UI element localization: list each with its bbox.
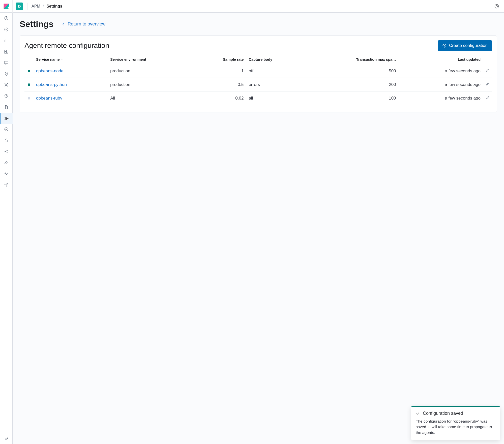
col-header-service-env[interactable]: Service environment xyxy=(108,54,193,64)
sample-rate-cell: 1 xyxy=(193,64,246,78)
svg-rect-11 xyxy=(5,61,8,64)
svg-rect-10 xyxy=(7,52,8,53)
heartbeat-icon xyxy=(4,171,9,176)
sidenav-uptime[interactable] xyxy=(0,124,13,135)
sidenav-apm[interactable] xyxy=(0,113,13,124)
svg-point-12 xyxy=(6,73,7,74)
edit-cell xyxy=(483,64,492,78)
svg-point-27 xyxy=(6,184,7,185)
sidenav-recent[interactable] xyxy=(0,13,13,24)
clock-icon xyxy=(4,16,9,20)
service-name-cell: opbeans-python xyxy=(34,78,108,91)
table-row: opbeans-pythonproduction0.5errors200a fe… xyxy=(24,78,492,91)
breadcrumb-separator: / xyxy=(43,4,44,9)
max-spans-cell: 100 xyxy=(306,91,399,105)
sidenav-monitoring[interactable] xyxy=(0,168,13,179)
wrench-icon xyxy=(4,160,9,165)
return-link-label: Return to overview xyxy=(68,21,105,27)
last-updated-cell: a few seconds ago xyxy=(399,64,483,78)
sidenav-siem[interactable] xyxy=(0,135,13,146)
capture-body-cell: off xyxy=(246,64,305,78)
col-header-max-spans[interactable]: Transaction max spa… xyxy=(306,54,399,64)
sidenav-graph[interactable] xyxy=(0,146,13,157)
compass-icon xyxy=(4,27,9,32)
pencil-icon[interactable] xyxy=(486,68,490,72)
max-spans-cell: 500 xyxy=(306,64,399,78)
svg-rect-21 xyxy=(5,119,7,120)
sidenav-dashboard[interactable] xyxy=(0,46,13,57)
service-name-cell: opbeans-ruby xyxy=(34,91,108,105)
header-divider xyxy=(27,3,27,10)
breadcrumb: APM / Settings xyxy=(32,4,62,9)
col-header-capture-body[interactable]: Capture body xyxy=(246,54,305,64)
pencil-icon[interactable] xyxy=(486,96,490,100)
edit-cell xyxy=(483,91,492,105)
graph-icon xyxy=(4,149,9,154)
pencil-icon[interactable] xyxy=(486,82,490,86)
breadcrumb-current: Settings xyxy=(46,4,62,9)
sidenav-discover[interactable] xyxy=(0,24,13,35)
status-dot-icon xyxy=(28,83,30,86)
sidenav-collapse-toggle[interactable] xyxy=(0,432,13,444)
last-updated-cell: a few seconds ago xyxy=(399,78,483,91)
max-spans-cell: 200 xyxy=(306,78,399,91)
svg-point-18 xyxy=(6,96,7,96)
kibana-logo[interactable] xyxy=(0,0,13,13)
sidenav-maps[interactable] xyxy=(0,68,13,79)
create-configuration-button[interactable]: Create configuration xyxy=(438,40,492,51)
capture-body-cell: errors xyxy=(246,78,305,91)
space-selector[interactable]: D xyxy=(16,3,23,10)
apm-icon xyxy=(4,116,9,120)
svg-point-4 xyxy=(496,5,498,7)
sidenav-ml[interactable] xyxy=(0,79,13,90)
service-env-cell: All xyxy=(108,91,193,105)
status-dot-icon xyxy=(28,97,30,100)
infra-icon xyxy=(4,94,9,98)
svg-point-22 xyxy=(5,128,8,131)
toast-success: Configuration saved The configuration fo… xyxy=(411,406,500,440)
toast-body-text: The configuration for "opbeans-ruby" was… xyxy=(416,419,495,435)
svg-rect-20 xyxy=(6,118,8,118)
svg-point-24 xyxy=(5,151,6,152)
sidenav-visualize[interactable] xyxy=(0,35,13,46)
service-name-link[interactable]: opbeans-python xyxy=(36,82,67,87)
status-cell xyxy=(24,64,34,78)
sidenav-logs[interactable] xyxy=(0,102,13,113)
table-row: opbeans-rubyAll0.02all100a few seconds a… xyxy=(24,91,492,105)
agent-config-panel: Agent remote configuration Create config… xyxy=(20,36,497,112)
return-to-overview-link[interactable]: Return to overview xyxy=(62,21,105,27)
sample-rate-cell: 0.02 xyxy=(193,91,246,105)
top-header: D APM / Settings xyxy=(0,0,504,13)
svg-rect-19 xyxy=(5,117,7,117)
col-header-sample-rate[interactable]: Sample rate xyxy=(193,54,246,64)
sidenav-canvas[interactable] xyxy=(0,57,13,68)
uptime-icon xyxy=(4,127,9,132)
plus-circle-icon xyxy=(442,44,447,48)
breadcrumb-root[interactable]: APM xyxy=(32,4,40,9)
canvas-icon xyxy=(4,60,9,65)
newsfeed-icon[interactable] xyxy=(491,4,502,9)
svg-rect-9 xyxy=(5,51,6,53)
main-content: Settings Return to overview Agent remote… xyxy=(13,13,504,444)
collapse-icon xyxy=(4,436,9,440)
sidenav-infra[interactable] xyxy=(0,90,13,102)
sidenav-devtools[interactable] xyxy=(0,157,13,168)
logs-icon xyxy=(4,105,9,109)
chevron-left-icon xyxy=(62,22,65,26)
service-name-link[interactable]: opbeans-ruby xyxy=(36,96,62,101)
svg-point-25 xyxy=(7,150,8,151)
col-header-last-updated[interactable]: Last updated xyxy=(399,54,483,64)
dashboard-icon xyxy=(4,49,9,54)
status-cell xyxy=(24,91,34,105)
lock-icon xyxy=(4,138,9,143)
service-name-link[interactable]: opbeans-node xyxy=(36,69,64,73)
edit-cell xyxy=(483,78,492,91)
col-header-service-name[interactable]: Service name↑ xyxy=(34,54,108,64)
capture-body-cell: all xyxy=(246,91,305,105)
svg-point-6 xyxy=(5,28,8,31)
sort-asc-icon: ↑ xyxy=(61,58,63,61)
sidenav-management[interactable] xyxy=(0,179,13,190)
ml-icon xyxy=(4,83,9,87)
check-icon xyxy=(416,411,420,415)
col-header-status xyxy=(24,54,34,64)
